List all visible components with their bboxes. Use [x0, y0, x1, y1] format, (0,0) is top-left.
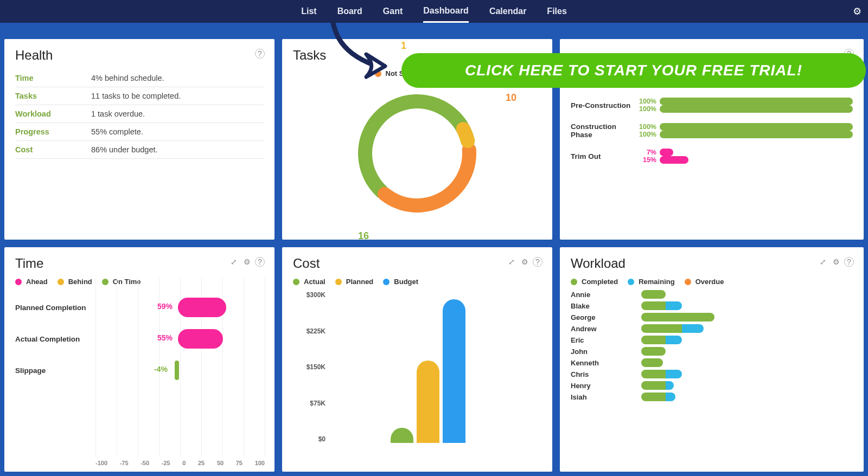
- cost-yaxis: $300K$225K$150K$75K$0: [293, 291, 326, 443]
- donut-label-bottom: 16: [358, 230, 369, 240]
- health-row: Progress55% complete.: [15, 123, 264, 141]
- legend-completed: Completed: [571, 278, 618, 286]
- cost-bar: [391, 428, 413, 443]
- help-icon[interactable]: ?: [255, 257, 265, 267]
- workload-segment: [666, 370, 682, 378]
- health-value: 1 task overdue.: [91, 110, 145, 118]
- legend-actual: Actual: [293, 278, 326, 286]
- tab-list[interactable]: List: [301, 1, 316, 22]
- workload-segment: [641, 358, 663, 367]
- tab-dashboard[interactable]: Dashboard: [423, 1, 469, 23]
- cost-legend: Actual Planned Budget: [293, 278, 541, 286]
- workload-name: Henry: [571, 382, 641, 390]
- cost-title: Cost: [293, 256, 541, 271]
- workload-bar: [641, 336, 682, 344]
- gear-icon[interactable]: ⚙: [831, 257, 841, 267]
- axis-tick: 100: [255, 460, 265, 468]
- donut-label-right: 10: [506, 92, 516, 104]
- progress-pct: 15%: [637, 156, 656, 164]
- workload-name: George: [571, 313, 641, 321]
- health-row: Time4% behind schedule.: [15, 69, 264, 87]
- health-label: Cost: [15, 145, 91, 154]
- help-icon[interactable]: ?: [255, 49, 265, 59]
- workload-segment: [641, 370, 666, 378]
- axis-tick: 75: [236, 460, 242, 468]
- workload-segment: [641, 381, 666, 390]
- workload-row: Isiah: [571, 393, 853, 401]
- workload-bar: [641, 347, 666, 356]
- workload-row: George: [571, 313, 853, 321]
- workload-segment: [641, 324, 682, 333]
- time-pct: 59%: [157, 302, 173, 311]
- progress-pct: 100%: [637, 131, 656, 138]
- workload-segment: [666, 381, 674, 390]
- cost-bars: [391, 299, 465, 443]
- help-icon[interactable]: ?: [533, 257, 542, 267]
- health-value: 55% complete.: [91, 127, 143, 136]
- workload-name: Annie: [571, 291, 641, 299]
- tab-board[interactable]: Board: [337, 1, 362, 22]
- workload-bar: [641, 324, 704, 333]
- time-card: ⤢ ⚙ ? Time Ahead Behind On Time Planned …: [4, 247, 275, 472]
- workload-row: Kenneth: [571, 358, 853, 367]
- cost-bar: [417, 361, 439, 443]
- tab-calendar[interactable]: Calendar: [489, 1, 526, 22]
- progress-row: Trim Out7%15%: [571, 149, 853, 164]
- progress-bar: [660, 149, 673, 156]
- time-axis: -100-75-50-250255075100: [95, 460, 265, 468]
- expand-icon[interactable]: ⤢: [229, 257, 239, 267]
- cost-bar: [443, 299, 465, 443]
- workload-row: Blake: [571, 301, 853, 310]
- legend-remaining: Remaining: [628, 278, 674, 286]
- gear-icon[interactable]: ⚙: [853, 5, 861, 17]
- workload-bar: [641, 290, 666, 299]
- tasks-donut: 1 10 16: [293, 83, 541, 224]
- expand-icon[interactable]: ⤢: [818, 257, 828, 267]
- workload-row: Andrew: [571, 324, 853, 333]
- gear-icon[interactable]: ⚙: [242, 257, 252, 267]
- health-row: Cost86% under budget.: [15, 141, 264, 159]
- health-card: ? Health Time4% behind schedule.Tasks11 …: [4, 39, 275, 240]
- progress-bar: [660, 98, 853, 105]
- progress-label: Trim Out: [571, 152, 637, 160]
- gear-icon[interactable]: ⚙: [520, 257, 529, 267]
- progress-pct: 100%: [637, 123, 656, 131]
- workload-segment: [641, 393, 666, 401]
- progress-pct: 7%: [637, 149, 656, 156]
- workload-name: Andrew: [571, 325, 641, 333]
- axis-tick: -50: [141, 460, 149, 468]
- cta-free-trial[interactable]: CLICK HERE TO START YOUR FREE TRIAL!: [401, 53, 866, 88]
- workload-segment: [666, 301, 682, 310]
- dashboard-grid: ? Health Time4% behind schedule.Tasks11 …: [0, 39, 868, 476]
- workload-row: Henry: [571, 381, 853, 390]
- axis-tick: -100: [95, 460, 107, 468]
- expand-icon[interactable]: ⤢: [507, 257, 516, 267]
- tab-files[interactable]: Files: [547, 1, 566, 22]
- workload-segment: [641, 290, 666, 299]
- help-icon[interactable]: ?: [844, 257, 854, 267]
- health-label: Tasks: [15, 92, 91, 100]
- health-value: 86% under budget.: [91, 145, 158, 154]
- progress-pct: 100%: [637, 105, 656, 113]
- axis-tick: $75K: [293, 400, 326, 407]
- tab-gant[interactable]: Gant: [383, 1, 403, 22]
- workload-row: Annie: [571, 290, 853, 299]
- workload-name: Kenneth: [571, 359, 641, 367]
- axis-tick: $0: [293, 435, 326, 443]
- progress-pct: 100%: [637, 98, 656, 105]
- legend-overdue: Overdue: [685, 278, 724, 286]
- legend-behind: Behind: [58, 278, 92, 286]
- donut-label-top: 1: [401, 40, 406, 52]
- axis-tick: 0: [182, 460, 186, 468]
- sub-navbar: [0, 23, 868, 39]
- health-label: Workload: [15, 110, 91, 118]
- time-label: Slippage: [15, 366, 97, 375]
- legend-budget: Budget: [383, 278, 418, 286]
- workload-bar: [641, 358, 663, 367]
- workload-segment: [666, 393, 675, 401]
- time-row: Planned Completion 59%: [15, 298, 264, 317]
- axis-tick: 50: [217, 460, 224, 468]
- time-row: Actual Completion 55%: [15, 329, 264, 349]
- workload-bar: [641, 313, 714, 321]
- time-pct: 55%: [157, 333, 173, 342]
